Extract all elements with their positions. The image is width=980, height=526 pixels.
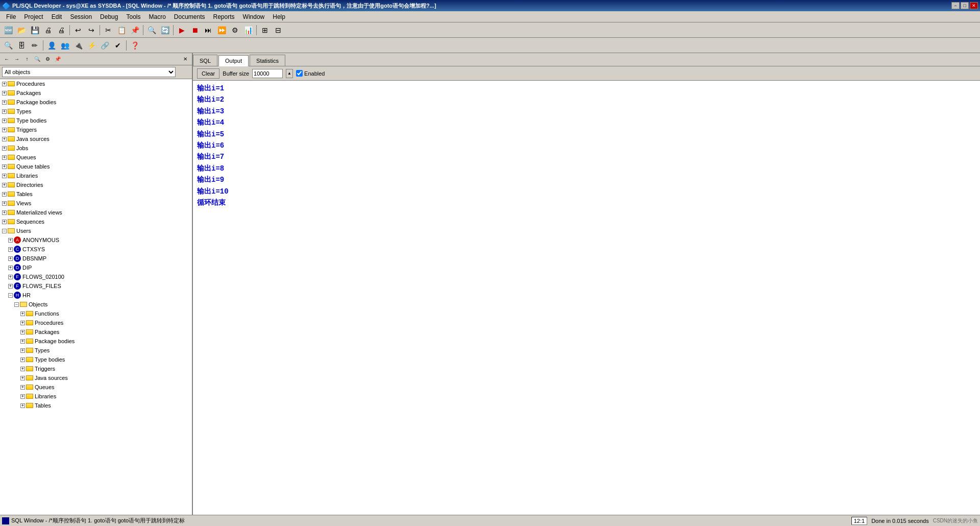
cut-btn[interactable]: ✂ — [102, 25, 114, 36]
menu-edit[interactable]: Edit — [47, 12, 66, 21]
help-btn[interactable]: ❓ — [129, 40, 141, 51]
menu-session[interactable]: Session — [66, 12, 96, 21]
tree-item-flows020100[interactable]: + F FLOWS_020100 — [0, 272, 192, 281]
expand-hr-packages[interactable]: + — [20, 330, 25, 334]
tree-item-procedures[interactable]: + Procedures — [0, 79, 192, 88]
tree-item-dbsnmp[interactable]: + D DBSNMP — [0, 254, 192, 263]
tree-item-package-bodies[interactable]: + Package bodies — [0, 98, 192, 107]
db-btn[interactable]: 🗄 — [15, 40, 28, 51]
tree-item-packages[interactable]: + Packages — [0, 88, 192, 98]
tree-item-hr-libraries[interactable]: + Libraries — [0, 392, 192, 401]
menu-project[interactable]: Project — [20, 12, 47, 21]
grid-btn[interactable]: ⊞ — [259, 25, 271, 36]
spinner-up[interactable]: ▲ — [286, 69, 293, 78]
tree-item-types[interactable]: + Types — [0, 107, 192, 116]
nav-gear[interactable]: ⚙ — [43, 55, 52, 64]
copy-btn[interactable]: 📋 — [115, 25, 128, 36]
expand-flows-files[interactable]: + — [8, 284, 13, 289]
explain-btn[interactable]: 📊 — [242, 25, 254, 36]
expand-hr-procedures[interactable]: + — [20, 321, 25, 325]
commit-btn[interactable]: ✔ — [112, 40, 124, 51]
nav-pin[interactable]: 📌 — [53, 55, 62, 64]
grid2-btn[interactable]: ⊟ — [272, 25, 284, 36]
tree-item-anonymous[interactable]: + A ANONYMOUS — [0, 235, 192, 245]
expand-hr-triggers[interactable]: + — [20, 367, 25, 371]
expand-dip[interactable]: + — [8, 266, 13, 270]
tree-item-directories[interactable]: + Directories — [0, 180, 192, 189]
expand-mat-views[interactable]: + — [2, 210, 7, 215]
save-btn[interactable]: 💾 — [29, 25, 41, 36]
step-btn[interactable]: ⏭ — [202, 25, 214, 36]
tree-item-hr-package-bodies[interactable]: + Package bodies — [0, 337, 192, 346]
step2-btn[interactable]: ⏩ — [215, 25, 228, 36]
expand-anonymous[interactable]: + — [8, 238, 13, 243]
tree-item-hr-packages[interactable]: + Packages — [0, 327, 192, 337]
expand-triggers[interactable]: + — [2, 128, 7, 132]
expand-procedures[interactable]: + — [2, 82, 7, 86]
open-btn[interactable]: 📂 — [15, 25, 28, 36]
expand-ctxsys[interactable]: + — [8, 247, 13, 252]
tab-statistics[interactable]: Statistics — [250, 55, 285, 66]
pencil-btn[interactable]: ✏ — [29, 40, 41, 51]
tree-item-users[interactable]: − Users — [0, 226, 192, 235]
expand-types[interactable]: + — [2, 109, 7, 114]
tree-item-ctxsys[interactable]: + C CTXSYS — [0, 245, 192, 254]
panel-close[interactable]: ✕ — [181, 55, 190, 64]
tree-item-hr-types[interactable]: + Types — [0, 346, 192, 355]
tree-item-queues[interactable]: + Queues — [0, 153, 192, 162]
user-btn2[interactable]: 👥 — [59, 40, 71, 51]
menu-documents[interactable]: Documents — [170, 12, 209, 21]
clear-button[interactable]: Clear — [197, 68, 219, 79]
expand-hr-libraries[interactable]: + — [20, 394, 25, 399]
tree-item-mat-views[interactable]: + Materialized views — [0, 208, 192, 217]
maximize-button[interactable]: □ — [961, 2, 969, 9]
nav-search[interactable]: 🔍 — [33, 55, 42, 64]
tree-item-hr-procedures[interactable]: + Procedures — [0, 318, 192, 327]
nav-back[interactable]: ← — [2, 55, 11, 64]
paste-btn[interactable]: 📌 — [129, 25, 141, 36]
tree-item-queue-tables[interactable]: + Queue tables — [0, 162, 192, 171]
expand-objects[interactable]: − — [14, 302, 19, 307]
tree-item-type-bodies[interactable]: + Type bodies — [0, 116, 192, 125]
menu-debug[interactable]: Debug — [96, 12, 122, 21]
tree-item-sequences[interactable]: + Sequences — [0, 217, 192, 226]
find-btn[interactable]: 🔍 — [145, 25, 158, 36]
print2-btn[interactable]: 🖨 — [55, 25, 67, 36]
tree-item-libraries[interactable]: + Libraries — [0, 171, 192, 180]
expand-tables[interactable]: + — [2, 192, 7, 197]
tree-item-dip[interactable]: + D DIP — [0, 263, 192, 272]
tree-item-objects[interactable]: − Objects — [0, 300, 192, 309]
tree-item-hr-functions[interactable]: + Functions — [0, 309, 192, 318]
nav-up[interactable]: ↑ — [22, 55, 32, 64]
tree-item-java-sources[interactable]: + Java sources — [0, 134, 192, 144]
tree-item-hr-java-sources[interactable]: + Java sources — [0, 373, 192, 382]
session-btn[interactable]: 🔗 — [99, 40, 111, 51]
enabled-checkbox[interactable] — [296, 70, 303, 77]
expand-package-bodies[interactable]: + — [2, 100, 7, 105]
tree-item-hr-queues[interactable]: + Queues — [0, 382, 192, 392]
expand-hr[interactable]: − — [8, 293, 13, 298]
run-btn[interactable]: ▶ — [176, 25, 188, 36]
expand-flows020100[interactable]: + — [8, 275, 13, 279]
expand-hr-java-sources[interactable]: + — [20, 376, 25, 380]
expand-hr-package-bodies[interactable]: + — [20, 339, 25, 344]
menu-window[interactable]: Window — [239, 12, 269, 21]
expand-views[interactable]: + — [2, 201, 7, 206]
nav-forward[interactable]: → — [12, 55, 21, 64]
menu-file[interactable]: File — [2, 12, 20, 21]
tab-sql[interactable]: SQL — [193, 55, 217, 66]
menu-reports[interactable]: Reports — [209, 12, 239, 21]
tree-item-jobs[interactable]: + Jobs — [0, 144, 192, 153]
close-button[interactable]: ✕ — [970, 2, 978, 9]
redo-btn[interactable]: ↪ — [85, 25, 97, 36]
expand-queues[interactable]: + — [2, 155, 7, 160]
new-btn[interactable]: 🆕 — [2, 25, 14, 36]
disconnect-btn[interactable]: ⚡ — [85, 40, 97, 51]
user-btn1[interactable]: 👤 — [45, 40, 58, 51]
expand-queue-tables[interactable]: + — [2, 164, 7, 169]
tree-item-hr-type-bodies[interactable]: + Type bodies — [0, 355, 192, 364]
expand-jobs[interactable]: + — [2, 146, 7, 151]
tree-container[interactable]: + Procedures + Packages + Package bodies… — [0, 79, 192, 515]
search2-btn[interactable]: 🔍 — [2, 40, 14, 51]
expand-sequences[interactable]: + — [2, 220, 7, 224]
